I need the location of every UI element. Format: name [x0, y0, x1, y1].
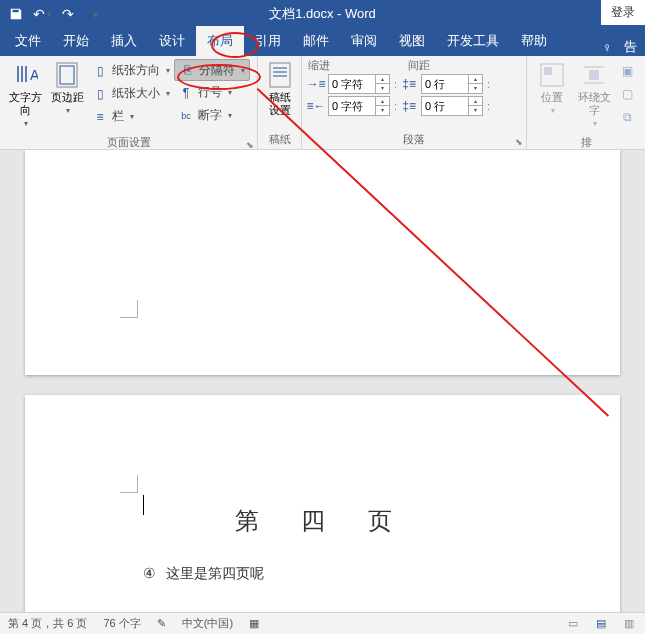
size-icon: ▯	[92, 86, 108, 102]
orientation-button[interactable]: ▯纸张方向▾	[88, 59, 174, 82]
svg-rect-3	[270, 63, 290, 87]
wrap-text-button[interactable]: 环绕文字▾	[573, 59, 615, 130]
line-numbers-icon: ¶	[178, 85, 194, 101]
indent-right-input[interactable]: ▴▾	[328, 96, 390, 116]
breaks-button[interactable]: ⎘分隔符▾	[174, 59, 250, 81]
tab-insert[interactable]: 插入	[100, 26, 148, 56]
page-heading: 第 四 页	[25, 505, 620, 537]
document-area[interactable]: 第 四 页 ④ 这里是第四页呢	[0, 150, 645, 634]
margins-button[interactable]: 页边距▾	[46, 59, 88, 117]
tab-design[interactable]: 设计	[148, 26, 196, 56]
selection-pane-icon: ⧉	[619, 109, 635, 125]
tab-review[interactable]: 审阅	[340, 26, 388, 56]
hyphenation-button[interactable]: bc断字▾	[174, 104, 250, 127]
title-bar: ↶▾ ↷ ▾ 文档1.docx - Word 登录	[0, 0, 645, 28]
svg-rect-2	[60, 66, 74, 84]
ribbon: A 文字方向▾ 页边距▾ ▯纸张方向▾ ▯纸张大小▾ ≡栏▾ ⎘分隔符▾ ¶行号…	[0, 56, 645, 150]
orientation-icon: ▯	[92, 63, 108, 79]
text-direction-button[interactable]: A 文字方向▾	[4, 59, 46, 130]
status-bar: 第 4 页，共 6 页 76 个字 ✎ 中文(中国) ▦ ▭ ▤ ▥	[0, 612, 645, 634]
spacing-before-input[interactable]: ▴▾	[421, 74, 483, 94]
save-button[interactable]	[4, 2, 28, 26]
tab-home[interactable]: 开始	[52, 26, 100, 56]
margin-corner-icon	[120, 475, 138, 493]
manuscript-icon	[264, 61, 296, 89]
breaks-icon: ⎘	[179, 62, 195, 78]
proofing-icon[interactable]: ✎	[157, 617, 166, 630]
read-mode-icon[interactable]: ▭	[565, 617, 581, 630]
ribbon-tabs: 文件 开始 插入 设计 布局 引用 邮件 审阅 视图 开发工具 帮助 ♀ 告	[0, 28, 645, 56]
spacing-header: 间距	[408, 58, 430, 73]
tab-file[interactable]: 文件	[4, 26, 52, 56]
language-status[interactable]: 中文(中国)	[182, 616, 233, 631]
login-button[interactable]: 登录	[601, 0, 645, 25]
spacing-after-input[interactable]: ▴▾	[421, 96, 483, 116]
columns-icon: ≡	[92, 109, 108, 125]
svg-rect-8	[544, 67, 552, 75]
hyphenation-icon: bc	[178, 108, 194, 124]
tab-mailings[interactable]: 邮件	[292, 26, 340, 56]
paragraph-launcher[interactable]: ⬊	[515, 137, 523, 147]
indent-right-icon: ≡←	[308, 98, 324, 114]
position-button[interactable]: 位置▾	[531, 59, 573, 117]
quick-access-toolbar: ↶▾ ↷ ▾	[0, 0, 106, 28]
position-icon	[536, 61, 568, 89]
document-page-3[interactable]	[25, 150, 620, 375]
manuscript-group-label: 稿纸	[258, 130, 301, 149]
spacing-before-icon: ‡≡	[401, 76, 417, 92]
tab-developer[interactable]: 开发工具	[436, 26, 510, 56]
wrap-text-icon	[578, 61, 610, 89]
tab-references[interactable]: 引用	[244, 26, 292, 56]
document-text-line: ④ 这里是第四页呢	[25, 565, 620, 583]
line-text: 这里是第四页呢	[166, 565, 264, 583]
line-numbers-button[interactable]: ¶行号▾	[174, 81, 250, 104]
tab-view[interactable]: 视图	[388, 26, 436, 56]
tab-help[interactable]: 帮助	[510, 26, 558, 56]
page-setup-launcher[interactable]: ⬊	[246, 140, 254, 150]
tell-me-button[interactable]: 告	[620, 38, 641, 56]
text-cursor	[143, 495, 144, 515]
bring-forward-icon: ▣	[619, 63, 635, 79]
margin-corner-icon	[120, 300, 138, 318]
send-backward-button[interactable]: ▢	[615, 82, 639, 105]
word-count[interactable]: 76 个字	[103, 616, 140, 631]
tell-me-icon[interactable]: ♀	[598, 40, 616, 55]
document-page-4[interactable]: 第 四 页 ④ 这里是第四页呢	[25, 395, 620, 634]
paragraph-group-label: 段落⬊	[302, 130, 526, 149]
indent-left-input[interactable]: ▴▾	[328, 74, 390, 94]
selection-pane-button[interactable]: ⧉	[615, 105, 639, 128]
svg-rect-9	[589, 70, 599, 80]
columns-button[interactable]: ≡栏▾	[88, 105, 174, 128]
line-number: ④	[143, 565, 156, 583]
manuscript-button[interactable]: 稿纸 设置	[262, 59, 297, 117]
send-backward-icon: ▢	[619, 86, 635, 102]
indent-header: 缩进	[308, 58, 408, 73]
undo-button[interactable]: ↶▾	[30, 2, 54, 26]
redo-button[interactable]: ↷	[56, 2, 80, 26]
macro-status-icon[interactable]: ▦	[249, 617, 259, 630]
margins-icon	[51, 61, 83, 89]
web-layout-icon[interactable]: ▥	[621, 617, 637, 630]
text-direction-icon: A	[9, 61, 41, 89]
bring-forward-button[interactable]: ▣	[615, 59, 639, 82]
spacing-after-icon: ‡≡	[401, 98, 417, 114]
indent-left-icon: →≡	[308, 76, 324, 92]
page-info[interactable]: 第 4 页，共 6 页	[8, 616, 87, 631]
qat-customize[interactable]: ▾	[82, 2, 106, 26]
print-layout-icon[interactable]: ▤	[593, 617, 609, 630]
tab-layout[interactable]: 布局	[196, 26, 244, 56]
svg-text:A: A	[30, 67, 38, 83]
size-button[interactable]: ▯纸张大小▾	[88, 82, 174, 105]
